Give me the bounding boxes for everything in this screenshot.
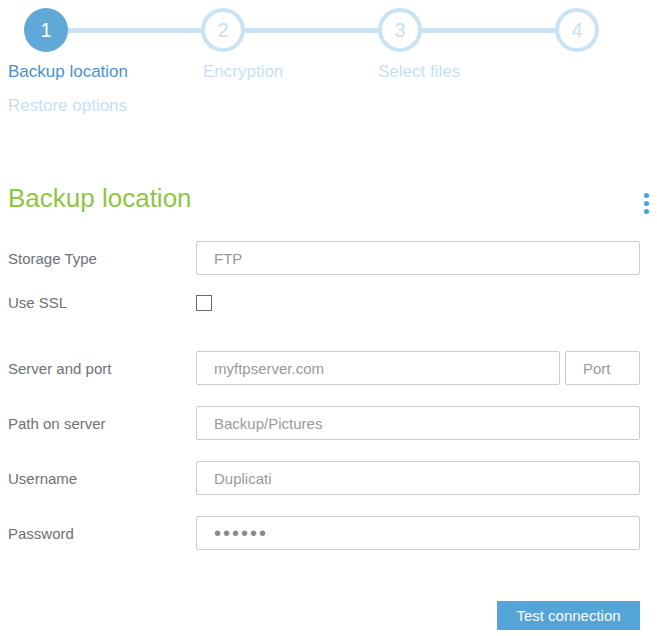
step-label-backup-location: Backup location	[8, 62, 128, 82]
password-row: Password	[8, 516, 640, 550]
step-label-encryption: Encryption	[203, 62, 283, 82]
use-ssl-checkbox[interactable]	[196, 295, 212, 311]
username-row: Username	[8, 461, 640, 495]
step-circle-1[interactable]: 1	[24, 8, 68, 52]
step-circle-4[interactable]: 4	[555, 8, 599, 52]
storage-type-row: Storage Type	[8, 241, 640, 275]
password-input[interactable]	[196, 516, 640, 550]
step-label-select-files: Select files	[378, 62, 460, 82]
use-ssl-row: Use SSL	[8, 294, 640, 311]
path-label: Path on server	[8, 415, 196, 432]
kebab-dot	[644, 201, 649, 206]
storage-type-label: Storage Type	[8, 250, 196, 267]
server-port-row: Server and port	[8, 351, 640, 385]
page-title: Backup location	[8, 183, 192, 213]
storage-type-input[interactable]	[196, 241, 640, 275]
kebab-dot	[644, 209, 649, 214]
step-connector-line	[46, 28, 577, 33]
username-input[interactable]	[196, 461, 640, 495]
kebab-dot	[644, 193, 649, 198]
port-input[interactable]	[565, 351, 640, 385]
server-input[interactable]	[196, 351, 560, 385]
use-ssl-label: Use SSL	[8, 294, 196, 311]
wizard-step-indicator: 1 2 3 4 Backup location Encryption Selec…	[0, 0, 657, 130]
step-label-restore-options: Restore options	[8, 96, 127, 116]
username-label: Username	[8, 470, 196, 487]
step-circle-2[interactable]: 2	[201, 8, 245, 52]
step-circle-3[interactable]: 3	[378, 8, 422, 52]
test-connection-button[interactable]: Test connection	[497, 601, 640, 630]
server-port-label: Server and port	[8, 360, 196, 377]
password-label: Password	[8, 525, 196, 542]
path-input[interactable]	[196, 406, 640, 440]
kebab-menu-icon[interactable]	[644, 193, 654, 217]
path-row: Path on server	[8, 406, 640, 440]
